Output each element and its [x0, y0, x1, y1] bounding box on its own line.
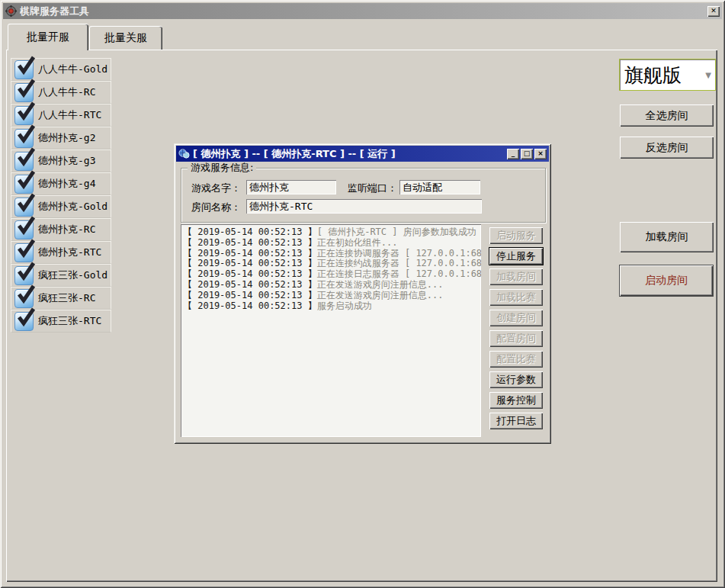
- room-label: 德州扑克-Gold: [38, 200, 107, 214]
- log-message: 正在初始化组件...: [317, 237, 398, 248]
- log-message: [ 德州扑克-RTC ] 房间参数加载成功: [317, 227, 476, 237]
- log-timestamp: 【 2019-05-14 00:52:13 】: [183, 227, 317, 237]
- log-timestamp: 【 2019-05-14 00:52:13 】: [183, 258, 317, 268]
- room-checkbox[interactable]: [14, 152, 34, 171]
- log-line: 【 2019-05-14 00:52:13 】正在连接日志服务器 [ 127.0…: [183, 269, 479, 280]
- check-icon: [16, 193, 36, 213]
- room-row[interactable]: 八人牛牛-Gold: [11, 58, 111, 81]
- create-room-button: 创建房间: [489, 310, 543, 326]
- dialog-title: [ 德州扑克 ] -- [ 德州扑克-RTC ] -- [ 运行 ]: [193, 147, 505, 161]
- room-service-dialog: [ 德州扑克 ] -- [ 德州扑克-RTC ] -- [ 运行 ] _ □ ×…: [174, 143, 551, 444]
- load-match-button: 加载比赛: [489, 289, 543, 306]
- room-label: 德州扑克-RTC: [38, 246, 101, 259]
- group-title: 游戏服务信息:: [188, 162, 256, 174]
- edition-dropdown-value: 旗舰版: [620, 63, 701, 88]
- check-icon: [16, 124, 36, 144]
- check-icon: [16, 56, 36, 76]
- dialog-close-button[interactable]: ×: [534, 149, 547, 159]
- room-row[interactable]: 德州扑克-RTC: [11, 241, 111, 264]
- room-row[interactable]: 德州扑克-g4: [11, 172, 111, 195]
- room-label: 疯狂三张-RTC: [38, 314, 101, 328]
- dialog-minimize-button[interactable]: _: [507, 149, 519, 159]
- check-icon: [16, 239, 36, 259]
- load-rooms-button[interactable]: 加载房间: [620, 222, 714, 252]
- room-row[interactable]: 德州扑克-Gold: [11, 195, 111, 218]
- tab-batch-close[interactable]: 批量关服: [89, 26, 162, 50]
- game-name-field[interactable]: [246, 180, 336, 194]
- app-gear-icon: [5, 5, 17, 17]
- log-message: 正在发送游戏房间注册信息...: [317, 290, 444, 300]
- main-close-button[interactable]: ✕: [707, 6, 720, 17]
- dialog-maximize-button[interactable]: □: [521, 149, 533, 159]
- room-row[interactable]: 八人牛牛-RTC: [11, 104, 111, 127]
- room-label: 德州扑克-g4: [38, 177, 95, 191]
- log-line: 【 2019-05-14 00:52:13 】正在连接协调服务器 [ 127.0…: [183, 249, 479, 259]
- chevron-down-icon[interactable]: ▼: [701, 71, 715, 79]
- check-icon: [16, 284, 36, 304]
- room-checkbox[interactable]: [14, 243, 34, 262]
- log-line: 【 2019-05-14 00:52:13 】正在发送游戏房间注册信息...: [183, 291, 479, 301]
- log-message: 正在连接约战服务器 [ 127.0.0.1:6804 ]: [317, 258, 481, 268]
- dialog-network-icon: [178, 148, 190, 159]
- edition-dropdown[interactable]: 旗舰版 ▼: [620, 59, 715, 90]
- load-room-button: 加载房间: [489, 268, 543, 285]
- room-checkbox[interactable]: [14, 129, 34, 148]
- start-rooms-button[interactable]: 启动房间: [619, 265, 714, 297]
- select-all-rooms-button[interactable]: 全选房间: [620, 104, 714, 127]
- log-timestamp: 【 2019-05-14 00:52:13 】: [183, 279, 317, 290]
- invert-selection-button[interactable]: 反选房间: [620, 137, 714, 159]
- main-window-title: 棋牌服务器工具: [20, 5, 706, 18]
- room-label: 德州扑克-RC: [38, 223, 95, 236]
- room-checkbox[interactable]: [14, 289, 34, 308]
- room-checkbox[interactable]: [14, 266, 34, 285]
- configure-room-button: 配置房间: [489, 330, 543, 347]
- check-icon: [16, 170, 36, 190]
- check-icon: [16, 307, 36, 327]
- room-label: 八人牛牛-RTC: [38, 108, 101, 122]
- room-checkbox[interactable]: [14, 175, 34, 194]
- log-output[interactable]: 【 2019-05-14 00:52:13 】[ 德州扑克-RTC ] 房间参数…: [181, 224, 481, 437]
- room-row[interactable]: 疯狂三张-RC: [11, 287, 111, 310]
- room-checkbox[interactable]: [14, 198, 34, 217]
- room-row[interactable]: 八人牛牛-RC: [11, 81, 111, 104]
- stop-service-button[interactable]: 停止服务: [489, 248, 543, 265]
- room-list: 八人牛牛-Gold 八人牛牛-RC 八人牛牛-RTC 德州扑克-g2 德州扑克-…: [11, 58, 111, 333]
- room-checkbox[interactable]: [14, 312, 34, 331]
- log-message: 服务启动成功: [317, 300, 372, 311]
- room-checkbox[interactable]: [14, 83, 34, 102]
- open-log-button[interactable]: 打开日志: [489, 413, 543, 429]
- service-control-button[interactable]: 服务控制: [489, 392, 543, 409]
- tab-batch-open[interactable]: 批量开服: [8, 24, 88, 50]
- room-row[interactable]: 疯狂三张-Gold: [11, 264, 111, 287]
- room-name-field[interactable]: [246, 199, 482, 214]
- room-name-label: 房间名称：: [191, 201, 241, 214]
- room-row[interactable]: 德州扑克-RC: [11, 218, 111, 241]
- log-timestamp: 【 2019-05-14 00:52:13 】: [183, 268, 317, 279]
- log-message: 正在连接协调服务器 [ 127.0.0.1:6803 ]: [317, 248, 481, 259]
- room-label: 八人牛牛-RC: [38, 85, 95, 99]
- log-line: 【 2019-05-14 00:52:13 】正在发送游戏房间注册信息...: [183, 280, 479, 291]
- log-line: 【 2019-05-14 00:52:13 】正在初始化组件...: [183, 238, 479, 249]
- log-timestamp: 【 2019-05-14 00:52:13 】: [183, 290, 317, 300]
- log-message: 正在连接日志服务器 [ 127.0.0.1:6807 ]: [317, 268, 481, 279]
- listen-port-label: 监听端口：: [348, 182, 397, 195]
- room-label: 德州扑克-g2: [38, 131, 95, 145]
- room-row[interactable]: 德州扑克-g2: [11, 127, 111, 149]
- listen-port-field[interactable]: [399, 180, 480, 194]
- game-service-info-group: 游戏服务信息: 游戏名字： 监听端口： 房间名称：: [181, 168, 546, 223]
- dialog-titlebar: [ 德州扑克 ] -- [ 德州扑克-RTC ] -- [ 运行 ] _ □ ×: [176, 146, 549, 162]
- log-timestamp: 【 2019-05-14 00:52:13 】: [183, 248, 317, 259]
- run-params-button[interactable]: 运行参数: [489, 371, 543, 388]
- room-checkbox[interactable]: [14, 106, 34, 125]
- check-icon: [16, 147, 36, 167]
- room-checkbox[interactable]: [14, 220, 34, 239]
- room-label: 八人牛牛-Gold: [38, 63, 107, 76]
- room-row[interactable]: 疯狂三张-RTC: [11, 310, 111, 333]
- room-label: 疯狂三张-Gold: [38, 268, 107, 282]
- room-checkbox[interactable]: [14, 60, 34, 79]
- room-label: 疯狂三张-RC: [38, 291, 95, 305]
- check-icon: [16, 262, 36, 281]
- log-timestamp: 【 2019-05-14 00:52:13 】: [183, 300, 317, 311]
- log-line: 【 2019-05-14 00:52:13 】服务启动成功: [183, 301, 479, 312]
- room-row[interactable]: 德州扑克-g3: [11, 149, 111, 172]
